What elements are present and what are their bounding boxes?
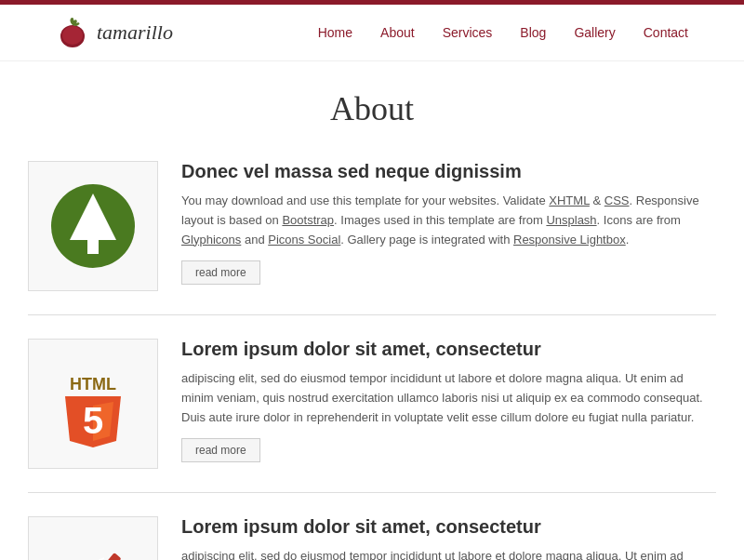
main-content: About Donec vel massa sed neque dignissi… [9,61,735,560]
card-1-text: You may download and use this template f… [181,192,716,249]
nav-about[interactable]: About [380,25,415,40]
page-title: About [28,89,716,128]
unsplash-link[interactable]: Unsplash [546,213,596,227]
card-3-content: Lorem ipsum dolor sit amet, consectetur … [181,516,716,560]
logo: tamarillo [56,16,173,49]
card-2-content: Lorem ipsum dolor sit amet, consectetur … [181,339,716,462]
svg-text:HTML: HTML [70,375,116,393]
glyphicons-link[interactable]: Glyphicons [181,233,241,247]
nav-gallery[interactable]: Gallery [574,25,615,40]
card-3-image [28,516,158,560]
bootstrap-link[interactable]: Bootstrap [282,213,334,227]
svg-point-1 [62,26,83,45]
card-1-content: Donec vel massa sed neque dignissim You … [181,161,716,285]
card-2-title: Lorem ipsum dolor sit amet, consectetur [181,339,716,360]
svg-text:5: 5 [83,400,103,441]
lightbox-link[interactable]: Responsive Lightbox [513,233,626,247]
card-1: Donec vel massa sed neque dignissim You … [28,161,716,315]
nav-home[interactable]: Home [318,25,352,40]
card-1-image [28,161,158,291]
css-link[interactable]: CSS [604,193,630,207]
main-nav: Home About Services Blog Gallery Contact [318,25,688,40]
card-2-text: adipiscing elit, sed do eiusmod tempor i… [181,369,716,427]
logo-text: tamarillo [97,20,173,45]
card-2-read-more[interactable]: read more [181,438,260,462]
nav-contact[interactable]: Contact [644,25,688,40]
xhtml-link[interactable]: XHTML [549,193,590,207]
card-3-title: Lorem ipsum dolor sit amet, consectetur [181,516,716,538]
card-1-title: Donec vel massa sed neque dignissim [181,161,716,182]
logo-icon [56,16,89,49]
nav-blog[interactable]: Blog [520,25,546,40]
nav-services[interactable]: Services [443,25,493,40]
svg-rect-11 [77,553,122,560]
card-1-read-more[interactable]: read more [181,260,260,285]
header: tamarillo Home About Services Blog Galle… [0,5,744,61]
card-2-image: HTML 5 [28,339,158,469]
picons-link[interactable]: Picons Social [268,233,340,247]
card-2: HTML 5 Lorem ipsum dolor sit amet, conse… [28,339,716,493]
svg-rect-4 [87,240,99,254]
card-3: Lorem ipsum dolor sit amet, consectetur … [28,516,716,560]
card-3-text: adipiscing elit, sed do eiusmod tempor i… [181,547,716,560]
